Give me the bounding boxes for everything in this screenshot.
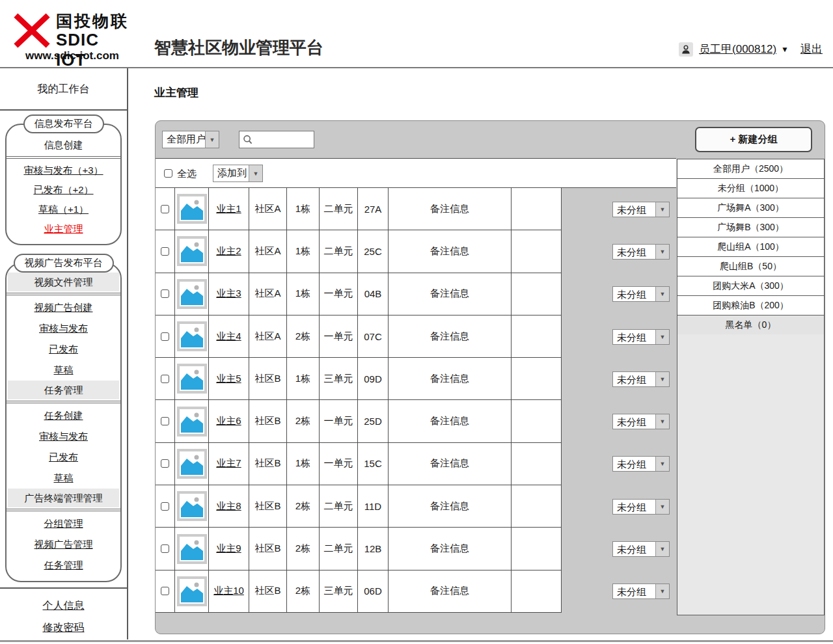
sidebar-item-video-ad-create[interactable]: 视频广告创建 (34, 302, 93, 313)
sidebar-item-video-review-publish[interactable]: 审核与发布 (39, 323, 88, 334)
sidebar-item-task-drafts[interactable]: 草稿 (54, 472, 74, 483)
group-select[interactable]: 未分组▼ (612, 329, 670, 345)
owner-name-link[interactable]: 业主1 (216, 203, 241, 215)
chevron-down-icon[interactable]: ▼ (655, 245, 669, 259)
add-to-select[interactable]: 添加到 ▼ (213, 165, 263, 182)
search-box (239, 131, 314, 148)
select-all-label: 全选 (177, 168, 197, 180)
group-select[interactable]: 未分组▼ (612, 244, 670, 260)
group-select[interactable]: 未分组▼ (612, 584, 670, 599)
room-cell: 25D (358, 400, 389, 442)
chevron-down-icon[interactable]: ▼ (205, 131, 219, 148)
table-row: 业主8 社区B 2栋 二单元 11D 备注信息 未分组▼ (156, 485, 676, 528)
chevron-down-icon[interactable]: ▼ (655, 457, 669, 471)
group-item-hiking-a[interactable]: 爬山组A（100） (677, 237, 824, 257)
group-select[interactable]: 未分组▼ (612, 456, 670, 472)
groups-panel: + 新建分组 全部用户（2500） 未分组（1000） 广场舞A（300） 广场… (676, 121, 826, 635)
chevron-down-icon[interactable]: ▼ (655, 414, 669, 429)
current-user-link[interactable]: 员工甲(000812) (699, 42, 776, 57)
row-checkbox[interactable] (161, 247, 169, 256)
chevron-down-icon[interactable]: ▼ (655, 202, 669, 217)
search-input[interactable] (254, 132, 315, 148)
chevron-down-icon[interactable]: ▼ (249, 165, 262, 181)
group-select[interactable]: 未分组▼ (612, 499, 670, 515)
sidebar-item-task-management[interactable]: 任务管理 (44, 559, 83, 570)
sidebar-item-task-create[interactable]: 任务创建 (44, 410, 83, 421)
user-icon (679, 42, 693, 57)
row-checkbox[interactable] (161, 417, 169, 425)
group-item-square-dance-a[interactable]: 广场舞A（300） (677, 198, 824, 218)
row-checkbox[interactable] (161, 375, 169, 383)
owner-photo-icon (177, 194, 207, 224)
sidebar-item-group-management[interactable]: 分组管理 (44, 518, 83, 529)
info-platform-title[interactable]: 信息发布平台 (23, 114, 104, 133)
chevron-down-icon[interactable]: ▼ (655, 330, 669, 344)
chevron-down-icon[interactable]: ▼ (655, 500, 669, 514)
room-cell: 25C (358, 230, 389, 273)
group-select[interactable]: 未分组▼ (612, 286, 670, 302)
owner-name-link[interactable]: 业主6 (216, 415, 241, 427)
row-checkbox[interactable] (161, 289, 169, 298)
row-checkbox[interactable] (161, 459, 169, 468)
owner-name-link[interactable]: 业主9 (216, 543, 241, 555)
owner-name-link[interactable]: 业主10 (213, 585, 244, 597)
group-item-blacklist[interactable]: 黑名单（0） (677, 315, 824, 335)
chevron-down-icon[interactable]: ▼ (655, 287, 669, 301)
community-cell: 社区A (249, 230, 287, 273)
building-cell: 2栋 (287, 315, 320, 358)
group-select[interactable]: 未分组▼ (612, 371, 670, 387)
table-row: 业主1 社区A 1栋 二单元 27A 备注信息 未分组▼ (156, 188, 676, 230)
sidebar-bar-ad-terminal-management[interactable]: 广告终端管理管理 (8, 489, 119, 507)
row-checkbox[interactable] (161, 587, 169, 595)
video-platform-title[interactable]: 视频广告发布平台 (14, 254, 114, 273)
sidebar-item-drafts[interactable]: 草稿（+1） (38, 204, 89, 215)
sidebar-item-video-ad-management[interactable]: 视频广告管理 (34, 539, 93, 550)
group-item-grain-oil-b[interactable]: 团购粮油B（200） (677, 296, 824, 315)
owner-name-link[interactable]: 业主7 (216, 457, 241, 470)
unit-cell: 三单元 (320, 570, 358, 613)
sidebar-item-task-review-publish[interactable]: 审核与发布 (39, 431, 88, 442)
logout-link[interactable]: 退出 (800, 42, 823, 57)
row-checkbox[interactable] (161, 205, 169, 213)
building-cell: 1栋 (287, 358, 320, 400)
owner-photo-icon (177, 491, 207, 521)
sidebar-workspace-header[interactable]: 我的工作台 (0, 68, 127, 111)
row-checkbox[interactable] (161, 332, 169, 341)
sidebar-item-personal-info[interactable]: 个人信息 (43, 600, 85, 611)
sidebar-bar-task-management[interactable]: 任务管理 (8, 381, 119, 399)
sidebar-item-task-published[interactable]: 已发布 (49, 451, 78, 463)
group-item-all-users[interactable]: 全部用户（2500） (677, 159, 824, 179)
owner-name-link[interactable]: 业主3 (216, 288, 241, 300)
sidebar-item-info-create[interactable]: 信息创建 (7, 135, 120, 155)
group-select[interactable]: 未分组▼ (612, 541, 670, 557)
sidebar-item-change-password[interactable]: 修改密码 (43, 622, 85, 633)
chevron-down-icon[interactable]: ▼ (655, 372, 669, 386)
sidebar-item-review-publish[interactable]: 审核与发布（+3） (23, 165, 103, 176)
chevron-down-icon[interactable]: ▼ (655, 584, 669, 598)
row-checkbox[interactable] (161, 502, 169, 511)
select-all-checkbox[interactable] (164, 169, 172, 178)
owner-name-link[interactable]: 业主2 (216, 245, 241, 258)
unit-cell: 一单元 (320, 273, 358, 315)
row-checkbox[interactable] (161, 544, 169, 553)
user-area: 员工甲(000812) ▼ 退出 (679, 42, 823, 57)
group-item-rice-a[interactable]: 团购大米A（300） (677, 276, 824, 296)
sidebar-item-video-drafts[interactable]: 草稿 (54, 364, 74, 375)
user-filter-select[interactable]: 全部用户 ▼ (162, 131, 219, 148)
chevron-down-icon[interactable]: ▼ (781, 45, 789, 54)
group-select[interactable]: 未分组▼ (612, 202, 670, 217)
sidebar-item-video-published[interactable]: 已发布 (49, 343, 78, 355)
sidebar-item-published[interactable]: 已发布（+2） (33, 184, 93, 195)
sidebar-item-owner-management-active[interactable]: 业主管理 (44, 223, 83, 234)
group-item-hiking-b[interactable]: 爬山组B（50） (677, 257, 824, 276)
group-item-square-dance-b[interactable]: 广场舞B（300） (677, 218, 824, 237)
new-group-button[interactable]: + 新建分组 (695, 127, 812, 152)
owner-name-link[interactable]: 业主8 (216, 500, 241, 513)
group-select[interactable]: 未分组▼ (612, 414, 670, 429)
sidebar-bar-video-file-management[interactable]: 视频文件管理 (8, 273, 119, 291)
group-item-ungrouped[interactable]: 未分组（1000） (677, 179, 824, 198)
owner-name-link[interactable]: 业主4 (216, 330, 241, 343)
chevron-down-icon[interactable]: ▼ (655, 542, 669, 556)
owner-name-link[interactable]: 业主5 (216, 373, 241, 385)
info-platform-box: 信息发布平台 信息创建 审核与发布（+3） 已发布（+2） 草稿（+1） 业主管… (5, 124, 122, 245)
